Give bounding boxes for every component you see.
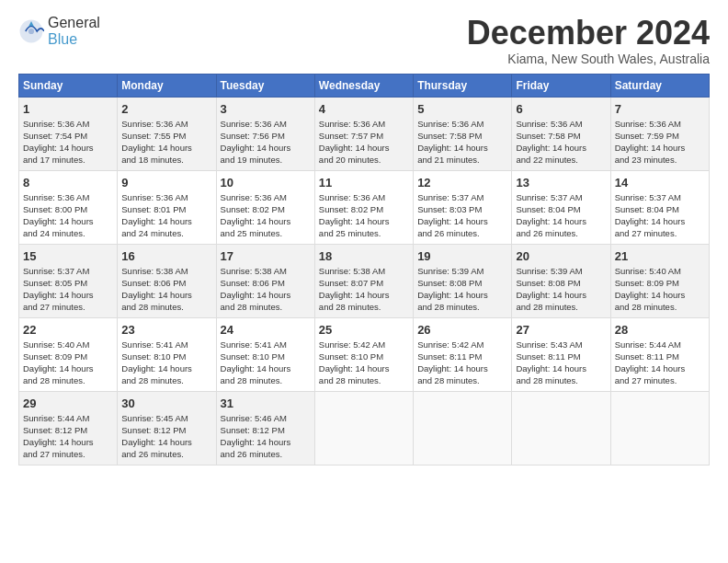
day-number: 30 — [121, 396, 211, 412]
calendar-body: 1Sunrise: 5:36 AMSunset: 7:54 PMDaylight… — [19, 97, 710, 465]
day-cell: 14Sunrise: 5:37 AMSunset: 8:04 PMDayligh… — [610, 170, 709, 244]
sunrise-label: Sunrise: 5:36 AM — [23, 192, 89, 202]
logo-icon — [18, 18, 44, 44]
day-number: 2 — [121, 101, 211, 118]
daylight-label: Daylight: 14 hours — [121, 290, 192, 300]
header-cell-friday: Friday — [512, 74, 610, 97]
header-cell-thursday: Thursday — [414, 74, 512, 97]
daylight-detail: and 28 minutes. — [516, 302, 578, 312]
day-cell: 4Sunrise: 5:36 AMSunset: 7:57 PMDaylight… — [314, 97, 413, 170]
daylight-label: Daylight: 14 hours — [615, 143, 686, 153]
day-cell: 10Sunrise: 5:36 AMSunset: 8:02 PMDayligh… — [216, 170, 314, 244]
sunset-label: Sunset: 7:56 PM — [221, 131, 285, 141]
day-number: 28 — [615, 322, 705, 339]
sunset-label: Sunset: 8:01 PM — [121, 204, 186, 214]
logo-text: General Blue — [48, 15, 100, 47]
daylight-label: Daylight: 14 hours — [516, 216, 586, 226]
day-number: 9 — [121, 175, 211, 191]
day-cell: 17Sunrise: 5:38 AMSunset: 8:06 PMDayligh… — [216, 244, 314, 317]
daylight-detail: and 26 minutes. — [516, 228, 578, 238]
header-cell-wednesday: Wednesday — [314, 74, 413, 97]
sunset-label: Sunset: 8:11 PM — [417, 351, 482, 362]
sunset-label: Sunset: 8:12 PM — [23, 425, 87, 435]
daylight-detail: and 28 minutes. — [121, 375, 184, 385]
day-cell: 9Sunrise: 5:36 AMSunset: 8:01 PMDaylight… — [118, 170, 216, 244]
day-number: 4 — [319, 101, 409, 118]
daylight-detail: and 28 minutes. — [417, 302, 480, 312]
sunrise-label: Sunrise: 5:36 AM — [121, 192, 188, 202]
day-cell: 13Sunrise: 5:37 AMSunset: 8:04 PMDayligh… — [512, 170, 610, 244]
sunset-label: Sunset: 8:10 PM — [319, 351, 383, 362]
daylight-detail: and 25 minutes. — [319, 228, 381, 238]
day-cell: 21Sunrise: 5:40 AMSunset: 8:09 PMDayligh… — [610, 244, 709, 317]
daylight-detail: and 18 minutes. — [121, 155, 184, 165]
daylight-label: Daylight: 14 hours — [23, 363, 94, 373]
sunset-label: Sunset: 8:05 PM — [23, 278, 87, 288]
daylight-label: Daylight: 14 hours — [221, 143, 291, 153]
daylight-label: Daylight: 14 hours — [417, 216, 488, 226]
sunset-label: Sunset: 8:09 PM — [23, 351, 87, 362]
sunrise-label: Sunrise: 5:39 AM — [516, 266, 582, 276]
sunset-label: Sunset: 7:55 PM — [121, 131, 186, 141]
week-row-1: 1Sunrise: 5:36 AMSunset: 7:54 PMDaylight… — [19, 97, 710, 170]
day-number: 6 — [516, 101, 606, 118]
header-cell-sunday: Sunday — [19, 74, 118, 97]
calendar-header: SundayMondayTuesdayWednesdayThursdayFrid… — [19, 74, 710, 97]
day-cell: 22Sunrise: 5:40 AMSunset: 8:09 PMDayligh… — [19, 317, 118, 391]
day-number: 19 — [417, 248, 507, 265]
svg-point-1 — [28, 28, 34, 33]
sunrise-label: Sunrise: 5:37 AM — [516, 192, 582, 202]
sunrise-label: Sunrise: 5:43 AM — [516, 339, 582, 350]
day-cell — [414, 391, 512, 465]
daylight-detail: and 28 minutes. — [221, 375, 283, 385]
daylight-detail: and 28 minutes. — [23, 375, 85, 385]
daylight-label: Daylight: 14 hours — [417, 363, 488, 373]
daylight-label: Daylight: 14 hours — [23, 143, 94, 153]
daylight-detail: and 28 minutes. — [319, 302, 381, 312]
daylight-detail: and 25 minutes. — [221, 228, 283, 238]
sunrise-label: Sunrise: 5:41 AM — [121, 339, 188, 350]
daylight-detail: and 28 minutes. — [319, 375, 381, 385]
daylight-detail: and 24 minutes. — [121, 228, 184, 238]
daylight-label: Daylight: 14 hours — [417, 290, 488, 300]
daylight-label: Daylight: 14 hours — [23, 290, 94, 300]
header-cell-tuesday: Tuesday — [216, 74, 314, 97]
month-title: December 2024 — [467, 15, 710, 52]
day-number: 1 — [23, 101, 113, 118]
daylight-label: Daylight: 14 hours — [516, 290, 586, 300]
day-cell: 23Sunrise: 5:41 AMSunset: 8:10 PMDayligh… — [118, 317, 216, 391]
week-row-5: 29Sunrise: 5:44 AMSunset: 8:12 PMDayligh… — [19, 391, 710, 465]
daylight-detail: and 20 minutes. — [319, 155, 381, 165]
daylight-label: Daylight: 14 hours — [516, 363, 586, 373]
daylight-label: Daylight: 14 hours — [221, 216, 291, 226]
day-number: 7 — [615, 101, 705, 118]
day-cell: 15Sunrise: 5:37 AMSunset: 8:05 PMDayligh… — [19, 244, 118, 317]
daylight-detail: and 28 minutes. — [121, 302, 184, 312]
day-cell: 31Sunrise: 5:46 AMSunset: 8:12 PMDayligh… — [216, 391, 314, 465]
day-cell: 27Sunrise: 5:43 AMSunset: 8:11 PMDayligh… — [512, 317, 610, 391]
sunrise-label: Sunrise: 5:40 AM — [23, 339, 89, 350]
day-number: 13 — [516, 175, 606, 191]
sunset-label: Sunset: 7:57 PM — [319, 131, 383, 141]
sunrise-label: Sunrise: 5:36 AM — [319, 192, 385, 202]
sunrise-label: Sunrise: 5:37 AM — [417, 192, 483, 202]
day-cell: 7Sunrise: 5:36 AMSunset: 7:59 PMDaylight… — [610, 97, 709, 170]
sunrise-label: Sunrise: 5:40 AM — [615, 266, 681, 276]
week-row-4: 22Sunrise: 5:40 AMSunset: 8:09 PMDayligh… — [19, 317, 710, 391]
sunrise-label: Sunrise: 5:37 AM — [615, 192, 681, 202]
daylight-label: Daylight: 14 hours — [121, 363, 192, 373]
day-cell: 30Sunrise: 5:45 AMSunset: 8:12 PMDayligh… — [118, 391, 216, 465]
sunrise-label: Sunrise: 5:45 AM — [121, 413, 188, 423]
day-number: 18 — [319, 248, 409, 265]
daylight-label: Daylight: 14 hours — [121, 216, 192, 226]
day-number: 3 — [221, 101, 311, 118]
header-cell-saturday: Saturday — [610, 74, 709, 97]
daylight-detail: and 26 minutes. — [121, 449, 184, 459]
header-cell-monday: Monday — [118, 74, 216, 97]
header: General Blue December 2024 Kiama, New So… — [18, 15, 710, 66]
day-number: 20 — [516, 248, 606, 265]
day-cell — [512, 391, 610, 465]
sunset-label: Sunset: 8:08 PM — [516, 278, 580, 288]
sunset-label: Sunset: 8:09 PM — [615, 278, 679, 288]
day-number: 5 — [417, 101, 507, 118]
